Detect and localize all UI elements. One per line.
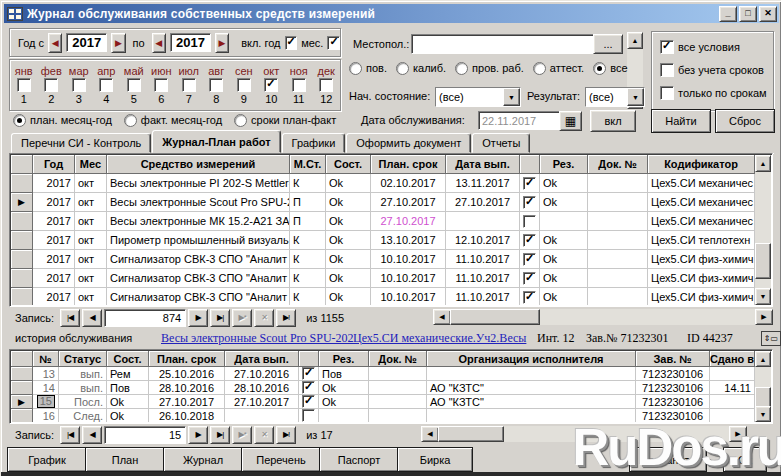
split-handle-icon[interactable]: ⇕▭ [761, 331, 781, 346]
tab-графики[interactable]: Графики [282, 133, 346, 153]
prev-record-icon[interactable]: ◀ [82, 309, 102, 327]
condition-checkbox-item[interactable]: только по срокам [660, 86, 773, 100]
find-button[interactable]: Найти [651, 109, 711, 133]
bottom-button-паспорт[interactable]: Паспорт [319, 447, 399, 472]
month-checkbox[interactable] [99, 78, 113, 92]
next-record-icon[interactable]: ▶ [188, 426, 208, 444]
work-type-radio-option[interactable]: пов. [349, 62, 387, 75]
year-to-increment-icon[interactable]: ▶ [215, 33, 229, 53]
scrollbar-thumb[interactable] [755, 243, 771, 279]
row-selector[interactable] [11, 269, 33, 288]
bottom-button-бирка[interactable]: Бирка [397, 447, 473, 472]
row-selector[interactable] [11, 174, 33, 193]
month-checkbox[interactable] [44, 78, 58, 92]
scroll-up-icon[interactable]: ▲ [755, 155, 771, 172]
month-checkbox[interactable] [17, 78, 31, 92]
tab-перечни-си-контроль[interactable]: Перечни СИ - Контроль [11, 133, 151, 153]
chevron-down-icon[interactable]: ▼ [503, 88, 520, 106]
work-type-radio-option[interactable]: пров. раб. [455, 62, 524, 75]
mode-radio-option[interactable]: план. месяц-год [13, 114, 112, 127]
bottom-button-перечень[interactable]: Перечень [241, 447, 321, 472]
include-year-checkbox[interactable] [285, 36, 298, 50]
radio-icon[interactable] [455, 62, 468, 75]
prev-record-icon[interactable]: ◀ [82, 426, 102, 444]
done-checkbox[interactable] [523, 177, 536, 190]
condition-checkbox-item[interactable]: без учета сроков [660, 63, 773, 77]
next-record-icon[interactable]: ▶ [188, 309, 208, 327]
goto-record-icon[interactable]: ▶! [276, 309, 296, 327]
work-type-radio-option[interactable]: все [593, 62, 627, 75]
done-checkbox[interactable] [523, 234, 536, 247]
year-from-increment-icon[interactable]: ▶ [111, 33, 125, 53]
scroll-right-icon[interactable]: ▶ [755, 309, 773, 325]
codifier-link[interactable]: Цех5.СИ механические.Уч2.Весы [353, 331, 526, 346]
month-checkbox[interactable] [182, 78, 196, 92]
radio-icon[interactable] [13, 114, 26, 127]
table-row[interactable]: 2017октВесы электронные PI 202-S Mettler… [11, 174, 755, 193]
vkl-button[interactable]: вкл [590, 110, 636, 132]
mode-radio-option[interactable]: сроки план-факт [234, 114, 336, 127]
location-input[interactable] [411, 34, 595, 54]
table-row[interactable]: 2017октВесы электронные МК 15.2-А21 ЗАПO… [11, 212, 755, 231]
tab-отчеты[interactable]: Отчеты [472, 133, 530, 153]
done-checkbox[interactable] [523, 196, 536, 209]
record-number-field[interactable]: 15 [104, 426, 186, 444]
mode-radio-option[interactable]: факт. месяц-год [124, 114, 222, 127]
history-row[interactable]: 13вып.Рем25.10.201627.10.2016Пов71232301… [11, 367, 755, 381]
bottom-button-журнал[interactable]: Журнал [163, 447, 243, 472]
row-selector[interactable] [11, 288, 33, 305]
done-checkbox[interactable] [302, 381, 315, 394]
last-record-icon[interactable]: ▶| [210, 309, 230, 327]
month-checkbox[interactable] [72, 78, 86, 92]
condition-checkbox[interactable] [660, 40, 674, 54]
radio-icon[interactable] [124, 114, 137, 127]
done-checkbox[interactable] [523, 272, 536, 285]
history-row[interactable]: ▶15Посл.Ok27.10.201727.10.2017OkАО "КЗТС… [11, 395, 755, 409]
year-from-field[interactable]: 2017 [66, 33, 107, 52]
first-record-icon[interactable]: |◀ [60, 426, 80, 444]
radio-icon[interactable] [396, 62, 409, 75]
scroll-left-icon[interactable]: ◀ [421, 426, 439, 442]
location-browse-button[interactable]: ... [593, 34, 623, 54]
include-month-checkbox[interactable] [327, 36, 340, 50]
row-selector[interactable] [11, 367, 33, 381]
instrument-link[interactable]: Весы электронные Scout Pro SPU-202 [161, 331, 354, 346]
work-type-radio-option[interactable]: аттест. [533, 62, 584, 75]
table-row[interactable]: 2017октПирометр промышленный визуальКOk1… [11, 231, 755, 250]
row-selector[interactable] [11, 212, 33, 231]
service-date-input[interactable]: 22.11.2017 [478, 111, 564, 130]
scroll-up-icon[interactable]: ▲ [627, 32, 643, 49]
month-checkbox[interactable] [237, 78, 251, 92]
table-row[interactable]: ▶2017октВесы электронные Scout Pro SPU-2… [11, 193, 755, 212]
month-checkbox[interactable] [127, 78, 141, 92]
record-number-field[interactable]: 874 [104, 309, 186, 327]
row-selector[interactable] [11, 381, 33, 395]
done-checkbox[interactable] [302, 367, 315, 380]
goto-record-icon[interactable]: ▶! [276, 426, 296, 444]
done-checkbox[interactable] [302, 395, 315, 408]
history-vertical-scrollbar[interactable]: ▲ ▼ [755, 351, 771, 422]
month-checkbox[interactable] [154, 78, 168, 92]
scrollbar-thumb[interactable] [438, 426, 504, 442]
month-checkbox[interactable] [319, 78, 333, 92]
condition-checkbox[interactable] [660, 63, 674, 77]
year-from-decrement-icon[interactable]: ◀ [48, 33, 62, 53]
row-selector[interactable] [11, 231, 33, 250]
tab-оформить-документ[interactable]: Оформить документ [346, 133, 471, 153]
row-selector[interactable]: ▶ [11, 395, 33, 409]
month-checkbox[interactable] [264, 78, 278, 92]
condition-checkbox[interactable] [660, 86, 674, 100]
radio-icon[interactable] [593, 62, 606, 75]
done-checkbox[interactable] [523, 291, 536, 304]
work-type-radio-option[interactable]: калиб. [396, 62, 446, 75]
radio-icon[interactable] [349, 62, 362, 75]
result-select[interactable]: (все)▼ [585, 87, 645, 107]
row-selector[interactable] [11, 250, 33, 269]
done-checkbox[interactable] [523, 253, 536, 266]
table-row[interactable]: 2017октСигнализатор СВК-3 СПО "АналитКOk… [11, 288, 755, 305]
month-checkbox[interactable] [209, 78, 223, 92]
scroll-down-icon[interactable]: ▼ [755, 288, 771, 305]
done-checkbox[interactable] [523, 215, 536, 228]
radio-icon[interactable] [234, 114, 247, 127]
condition-checkbox-item[interactable]: все условия [660, 40, 773, 54]
